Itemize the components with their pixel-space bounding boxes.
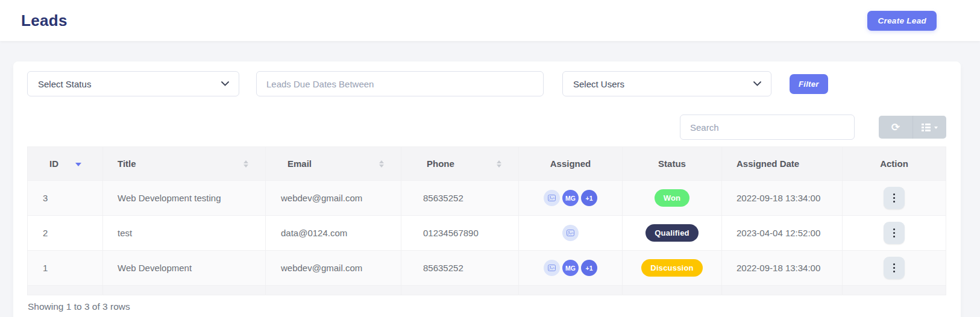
sort-icon xyxy=(497,160,501,168)
row-actions-button[interactable] xyxy=(884,187,905,209)
table-filler-row xyxy=(28,286,946,295)
cell-status: Discussion xyxy=(623,251,722,286)
filter-row: Select Status Select Users Filter xyxy=(27,71,946,96)
table-row: 2 test data@0124.com 01234567890 xyxy=(28,216,946,251)
cell-status: Won xyxy=(623,181,722,216)
table-header-row: ID Title Email Phone Assigned Status Ass… xyxy=(28,147,946,181)
cell-assigned-date: 2023-04-04 12:52:00 xyxy=(722,216,843,251)
vertical-ellipsis-icon xyxy=(893,193,896,203)
columns-list-icon xyxy=(922,124,931,131)
column-header-phone[interactable]: Phone xyxy=(401,147,519,181)
status-badge: Discussion xyxy=(641,259,702,277)
leads-table: ID Title Email Phone Assigned Status Ass… xyxy=(27,146,946,295)
vertical-ellipsis-icon xyxy=(893,228,896,238)
column-header-title[interactable]: Title xyxy=(103,147,266,181)
overflow-avatar: +1 xyxy=(581,260,597,276)
image-avatar xyxy=(562,225,579,241)
cell-status: Qualified xyxy=(623,216,722,251)
showing-rows-text: Showing 1 to 3 of 3 rows xyxy=(28,301,946,312)
refresh-icon: ⟳ xyxy=(891,122,900,133)
cell-email: webdev@gmail.com xyxy=(266,181,401,216)
cell-title: Web Development xyxy=(103,251,266,286)
status-badge: Qualified xyxy=(645,224,698,242)
cell-assigned-date: 2022-09-18 13:34:00 xyxy=(722,181,843,216)
due-dates-input[interactable] xyxy=(256,71,544,96)
columns-toggle-button[interactable] xyxy=(912,116,946,139)
table-row: 1 Web Development webdev@gmail.com 85635… xyxy=(28,251,946,286)
page-title: Leads xyxy=(21,11,68,30)
table-row: 3 Web Development testing webdev@gmail.c… xyxy=(28,181,946,216)
column-header-assigned-date: Assigned Date xyxy=(722,147,843,181)
avatar-stack: MG +1 xyxy=(519,190,622,206)
cell-phone: 01234567890 xyxy=(401,216,519,251)
avatar-stack: MG +1 xyxy=(519,260,622,276)
image-icon xyxy=(567,230,574,236)
column-header-assigned: Assigned xyxy=(519,147,623,181)
image-icon xyxy=(548,265,556,271)
users-select[interactable]: Select Users xyxy=(562,71,771,96)
create-lead-button[interactable]: Create Lead xyxy=(867,11,937,31)
cell-title: Web Development testing xyxy=(103,181,266,216)
chevron-down-icon xyxy=(221,81,229,86)
cell-email: webdev@gmail.com xyxy=(266,251,401,286)
cell-phone: 85635252 xyxy=(401,251,519,286)
cell-action xyxy=(843,216,946,251)
filter-button[interactable]: Filter xyxy=(790,74,828,94)
cell-id: 3 xyxy=(28,181,103,216)
status-select[interactable]: Select Status xyxy=(27,71,239,96)
chevron-down-icon xyxy=(753,81,761,86)
initials-avatar: MG xyxy=(562,190,579,206)
column-header-action: Action xyxy=(843,147,946,181)
cell-assigned-date: 2022-09-18 13:34:00 xyxy=(722,251,843,286)
table-buttons-group: ⟳ xyxy=(879,116,946,139)
refresh-button[interactable]: ⟳ xyxy=(879,116,912,139)
initials-avatar: MG xyxy=(562,260,579,276)
column-header-id[interactable]: ID xyxy=(28,147,103,181)
row-actions-button[interactable] xyxy=(884,257,905,279)
image-avatar xyxy=(544,190,560,206)
column-header-email[interactable]: Email xyxy=(266,147,401,181)
status-badge: Won xyxy=(655,189,690,207)
overflow-avatar: +1 xyxy=(581,190,597,206)
sort-icon xyxy=(379,160,384,168)
row-actions-button[interactable] xyxy=(884,222,905,244)
cell-assigned xyxy=(519,216,623,251)
users-select-value: Select Users xyxy=(573,79,624,89)
header-bar: Leads Create Lead xyxy=(0,0,980,41)
status-select-value: Select Status xyxy=(38,79,91,89)
column-header-status: Status xyxy=(623,147,722,181)
image-icon xyxy=(548,195,556,201)
sort-desc-icon xyxy=(75,163,81,166)
search-input[interactable] xyxy=(680,115,855,140)
cell-email: data@0124.com xyxy=(266,216,401,251)
cell-id: 2 xyxy=(28,216,103,251)
cell-assigned: MG +1 xyxy=(519,251,623,286)
caret-down-icon xyxy=(934,127,938,131)
cell-phone: 85635252 xyxy=(401,181,519,216)
table-toolbar: ⟳ xyxy=(27,115,946,140)
image-avatar xyxy=(544,260,560,276)
cell-title: test xyxy=(103,216,266,251)
sort-icon xyxy=(243,160,248,168)
leads-card: Select Status Select Users Filter ⟳ xyxy=(13,61,961,317)
vertical-ellipsis-icon xyxy=(893,263,896,273)
cell-assigned: MG +1 xyxy=(519,181,623,216)
avatar-stack xyxy=(519,225,622,241)
cell-id: 1 xyxy=(28,251,103,286)
cell-action xyxy=(843,181,946,216)
cell-action xyxy=(843,251,946,286)
